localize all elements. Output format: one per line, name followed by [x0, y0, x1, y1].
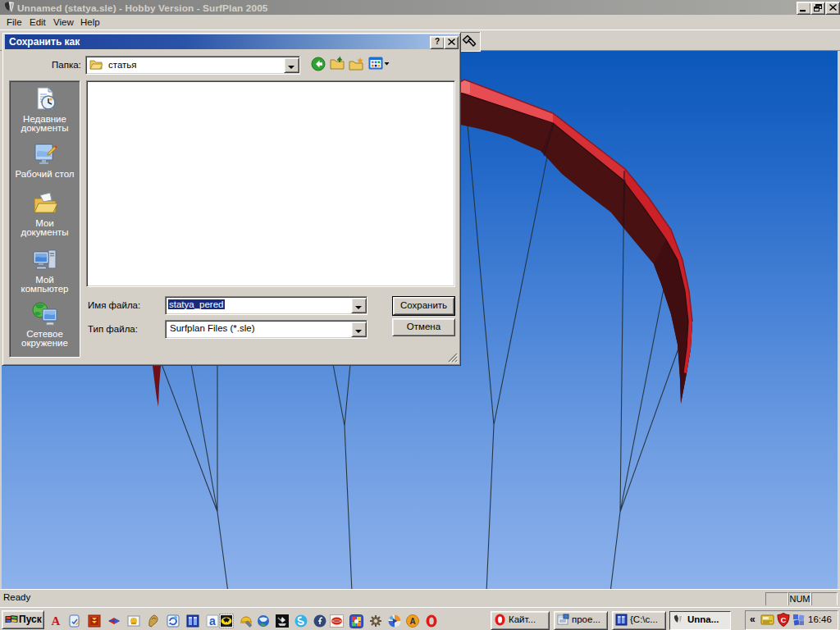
svg-text:a: a — [209, 614, 216, 628]
svg-text:A: A — [409, 617, 415, 626]
svg-text:A: A — [52, 614, 61, 628]
svg-text:C: C — [781, 616, 787, 624]
